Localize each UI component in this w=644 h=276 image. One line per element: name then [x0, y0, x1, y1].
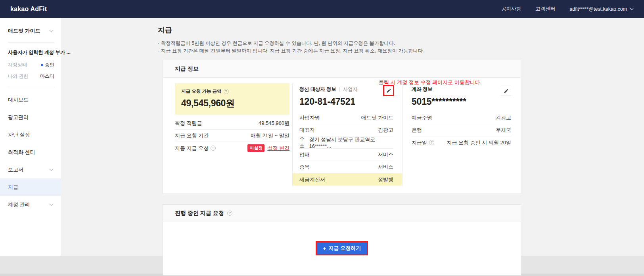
row-value: 애드핏 가이드: [361, 114, 393, 121]
payment-detail-rows: 확정 적립금 49,545,960원 지급 요청 기간 매월 21일 ~ 말일 …: [175, 117, 289, 154]
available-amount-value: 49,545,960원: [181, 97, 283, 109]
sidebar-item-reports[interactable]: 보고서: [8, 161, 54, 178]
sidebar-item-label: 지급: [8, 184, 18, 191]
sidebar-item-ad-management[interactable]: 광고관리: [8, 109, 54, 126]
chevron-down-icon: [49, 169, 54, 171]
status-text: 승인: [45, 61, 54, 68]
row-label: 지급 요청 기간: [175, 132, 209, 139]
available-amount-label: 지급 요청 가능 금액: [181, 88, 222, 94]
bullet-icon: ·: [158, 40, 159, 47]
row-label: 예금주명: [412, 114, 432, 121]
payment-info-card-header: 지급 정보: [163, 60, 521, 78]
row-label: 자동 지급 요청: [175, 145, 209, 152]
main-content: 지급 · 확정적립금이 5만원 이상인 경우 현금으로 지급 요청하실 수 있습…: [61, 18, 644, 256]
sidebar: 애드핏 가이드 사용자가 입력한 계정 부가 ... 계정상태 승인 나의 권한…: [0, 18, 61, 256]
row-label: 은행: [412, 126, 422, 134]
ongoing-requests-card: 진행 중인 지급 요청 ? + 지급 요청하기: [163, 204, 521, 276]
confirmed-earnings-row: 확정 적립금 49,545,960원: [175, 117, 289, 130]
account-menu[interactable]: adfit*****@test.kakao.com: [569, 6, 634, 12]
my-role-value: 마스터: [40, 73, 54, 80]
account-status-value: 승인: [41, 61, 54, 68]
page-description: · 확정적립금이 5만원 이상인 경우 현금으로 지급 요청하실 수 있습니다.…: [158, 40, 521, 55]
app-logo: kakao AdFit: [10, 6, 47, 13]
request-payment-button[interactable]: + 지급 요청하기: [317, 242, 367, 254]
row-value: 서비스: [378, 163, 393, 171]
tax-invoice-row: 세금계산서 정발행: [293, 173, 402, 186]
topbar: kakao AdFit 공지사항 고객센터 adfit*****@test.ka…: [0, 0, 644, 18]
row-value: 김광고: [378, 126, 393, 134]
sidebar-item-optimization-center[interactable]: 최적화 센터: [8, 144, 54, 161]
sidebar-item-payment[interactable]: 지급: [0, 178, 61, 196]
sidebar-item-label: 광고관리: [8, 114, 29, 121]
sidebar-item-label: 애드핏 가이드: [8, 27, 40, 34]
sidebar-item-account-management[interactable]: 계정 관리: [8, 196, 54, 213]
help-center-link[interactable]: 고객센터: [535, 6, 555, 12]
bank-account-header: 계좌 정보: [412, 86, 511, 93]
row-value: 정발행: [378, 176, 393, 183]
row-value: 매월 21일 ~ 말일: [251, 132, 289, 139]
edit-bank-account-button[interactable]: [501, 86, 511, 96]
sidebar-item-block-settings[interactable]: 차단 설정: [8, 126, 54, 144]
available-amount-label-row: 지급 요청 가능 금액 ?: [181, 88, 283, 94]
help-icon[interactable]: ?: [227, 211, 232, 216]
ongoing-requests-card-header: 진행 중인 지급 요청 ?: [163, 205, 521, 222]
business-number: 120-81-47521: [299, 96, 393, 107]
request-button-annotation-box: + 지급 요청하기: [316, 241, 368, 255]
sidebar-item-adfit-guide[interactable]: 애드핏 가이드: [8, 18, 54, 42]
description-text: 확정적립금이 5만원 이상인 경우 현금으로 지급 요청하실 수 있습니다. 단…: [161, 40, 395, 47]
account-extra-section-title: 사용자가 입력한 계정 부가 ...: [8, 43, 54, 59]
representative-row: 대표자 김광고: [299, 124, 393, 136]
business-info-column: 정산 대상자 정보 사업자 120-81-47521 사업: [293, 83, 402, 186]
sidebar-item-label: 대시보드: [8, 96, 29, 104]
help-icon[interactable]: ?: [429, 140, 434, 145]
pencil-icon: [504, 88, 509, 94]
row-value: 지급 요청 승인 시 익월 20일: [447, 139, 511, 146]
sidebar-item-label: 차단 설정: [8, 131, 30, 138]
notice-link[interactable]: 공지사항: [501, 6, 521, 12]
column-title: 계좌 정보: [412, 86, 433, 93]
chevron-down-icon: [49, 30, 54, 33]
page-title: 지급: [158, 25, 521, 35]
my-role-label: 나의 권한: [8, 73, 28, 80]
business-type-label: 사업자: [343, 86, 358, 93]
topbar-nav: 공지사항 고객센터 adfit*****@test.kakao.com: [501, 6, 634, 12]
bank-account-column: 계좌 정보 5015********** 예금주명 김광고: [402, 83, 511, 186]
business-name-row: 사업자명 애드핏 가이드: [299, 112, 393, 124]
row-label: 세금계산서: [299, 176, 325, 183]
payment-info-card: 지급 정보 클릭 시 계정 정보 수정 페이지로 이동합니다. 지급 요청 가능…: [163, 60, 521, 194]
edit-business-info-button[interactable]: [383, 85, 394, 96]
sidebar-item-dashboard[interactable]: 대시보드: [8, 91, 54, 109]
card-title: 진행 중인 지급 요청: [175, 210, 224, 217]
auto-request-row: 자동 지급 요청 ? 미설정 설정 변경: [175, 142, 289, 154]
bank-detail-rows: 예금주명 김광고 은행 우체국 지급일 ?: [412, 112, 511, 149]
row-label: 지급일: [412, 139, 427, 146]
row-label: 사업자명: [299, 114, 320, 121]
change-settings-link[interactable]: 설정 변경: [267, 145, 289, 152]
sidebar-menu: 대시보드 광고관리 차단 설정 최적화 센터 보고서 지급 계정 관리: [8, 91, 54, 213]
available-amount-box: 지급 요청 가능 금액 ? 49,545,960원: [175, 83, 289, 115]
business-item-row: 종목 서비스: [299, 161, 393, 173]
bank-name-row: 은행 우체국: [412, 124, 511, 136]
row-value: 경기 성남시 분당구 판교역로 16******...: [309, 136, 393, 149]
description-text: 지급 요청 기간은 매월 21일부터 말일까지 입니다. 지급 요청 기간 중에…: [161, 47, 424, 55]
bank-account-number: 5015**********: [412, 96, 511, 107]
account-status-row: 계정상태 승인: [8, 59, 54, 71]
account-email: adfit*****@test.kakao.com: [569, 6, 627, 12]
sidebar-item-label: 계정 관리: [8, 201, 30, 208]
help-icon[interactable]: ?: [224, 89, 229, 94]
column-title: 정산 대상자 정보: [299, 86, 336, 93]
sidebar-item-label: 보고서: [8, 166, 23, 173]
row-value: 49,545,960원: [259, 120, 289, 127]
divider: [339, 87, 340, 92]
help-icon[interactable]: ?: [211, 146, 216, 151]
description-line: · 확정적립금이 5만원 이상인 경우 현금으로 지급 요청하실 수 있습니다.…: [158, 40, 521, 47]
request-period-row: 지급 요청 기간 매월 21일 ~ 말일: [175, 130, 289, 142]
row-label: 업태: [299, 151, 310, 158]
business-detail-rows: 사업자명 애드핏 가이드 대표자 김광고 주소 경기 성남시 분당구 판교역로 …: [299, 112, 393, 186]
unset-badge: 미설정: [247, 144, 264, 152]
status-dot-icon: [41, 64, 43, 66]
card-title: 지급 정보: [175, 65, 199, 73]
row-value: 우체국: [496, 126, 511, 134]
row-value: 서비스: [378, 151, 393, 158]
row-value: 김광고: [496, 114, 511, 121]
